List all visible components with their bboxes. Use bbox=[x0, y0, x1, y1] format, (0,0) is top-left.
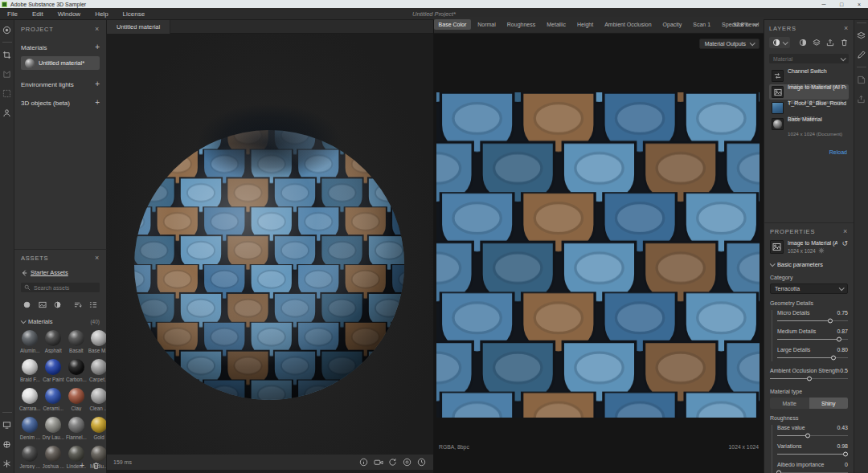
slider-knob[interactable] bbox=[776, 471, 781, 473]
material-asset[interactable]: Alumin... bbox=[19, 330, 41, 353]
list-view-icon[interactable] bbox=[88, 300, 98, 310]
reset-icon[interactable]: ↺ bbox=[841, 240, 848, 247]
material-asset[interactable]: Carbon... bbox=[66, 359, 87, 382]
gear-icon[interactable] bbox=[818, 247, 825, 254]
menu-license[interactable]: License bbox=[116, 8, 153, 20]
matte-button[interactable]: Matte bbox=[770, 398, 809, 409]
environment-lights-group[interactable]: Environment lights + bbox=[21, 80, 100, 88]
tab-untitled-material[interactable]: Untitled material bbox=[107, 20, 170, 34]
asterisk-icon[interactable] bbox=[2, 458, 13, 469]
material-outputs-dropdown[interactable]: Material Outputs bbox=[699, 39, 760, 49]
channel-ambient-occlusion[interactable]: Ambient Occlusion bbox=[600, 19, 656, 30]
add-environment-icon[interactable]: + bbox=[95, 80, 100, 88]
menu-edit[interactable]: Edit bbox=[25, 8, 51, 20]
menu-help[interactable]: Help bbox=[88, 8, 115, 20]
project-close-icon[interactable]: × bbox=[95, 26, 100, 33]
export-layer-icon[interactable] bbox=[825, 38, 835, 48]
slider-knob[interactable] bbox=[831, 356, 836, 361]
slider-knob[interactable] bbox=[807, 377, 812, 381]
search-input[interactable]: Search assets bbox=[21, 283, 100, 292]
material-asset[interactable]: Carpet... bbox=[88, 359, 107, 382]
category-dropdown[interactable]: Terracotta bbox=[770, 283, 848, 294]
slider-track[interactable] bbox=[777, 469, 848, 473]
material-asset[interactable]: Carrara... bbox=[19, 388, 41, 411]
texture-2d-view[interactable] bbox=[436, 92, 760, 418]
slider-track[interactable] bbox=[777, 354, 848, 361]
material-asset[interactable]: Denim ... bbox=[19, 417, 41, 440]
material-asset[interactable]: Asphalt bbox=[43, 330, 64, 353]
slider-knob[interactable] bbox=[843, 452, 848, 457]
delete-asset-icon[interactable] bbox=[91, 460, 101, 471]
info-icon[interactable] bbox=[358, 457, 369, 467]
slider-track[interactable] bbox=[777, 432, 848, 439]
material-asset[interactable]: Braid F... bbox=[19, 359, 41, 382]
channel-view-dropdown[interactable] bbox=[769, 37, 790, 48]
material-asset[interactable]: Base M... bbox=[88, 330, 107, 353]
channel-opacity[interactable]: Opacity bbox=[658, 19, 687, 30]
slider-track[interactable] bbox=[777, 336, 848, 343]
slider-knob[interactable] bbox=[837, 337, 841, 342]
edit-pencil-icon[interactable] bbox=[856, 49, 867, 60]
viewport-3d[interactable]: Untitled material bbox=[107, 20, 434, 473]
channel-height[interactable]: Height bbox=[572, 19, 598, 30]
material-asset[interactable]: Jersey ... bbox=[19, 446, 41, 469]
slider-track[interactable] bbox=[777, 317, 848, 324]
maximize-button[interactable]: □ bbox=[833, 2, 850, 7]
texture-sheet-icon[interactable] bbox=[856, 74, 867, 85]
assets-close-icon[interactable]: × bbox=[95, 255, 100, 262]
slider-track[interactable] bbox=[770, 375, 848, 382]
sync-icon[interactable] bbox=[387, 457, 398, 467]
layers-stack-icon[interactable] bbox=[856, 30, 867, 41]
filter-image-icon[interactable] bbox=[38, 300, 47, 310]
material-asset[interactable]: Basalt bbox=[66, 330, 87, 353]
material-asset[interactable]: Flannel... bbox=[66, 417, 87, 440]
material-asset[interactable]: Car Paint bbox=[43, 359, 64, 382]
material-asset[interactable]: Clean ... bbox=[88, 388, 107, 411]
filter-material-icon[interactable] bbox=[23, 300, 32, 310]
share-export-icon[interactable] bbox=[856, 93, 867, 104]
material-asset[interactable]: Gold bbox=[88, 417, 107, 440]
filter-environment-icon[interactable] bbox=[53, 300, 63, 310]
material-asset[interactable]: Clay bbox=[66, 388, 87, 411]
zoom-dropdown[interactable]: 92.8% bbox=[733, 22, 757, 27]
slider-track[interactable] bbox=[777, 451, 848, 458]
plugin-icon[interactable] bbox=[2, 438, 13, 450]
add-material-icon[interactable]: + bbox=[95, 43, 100, 51]
monitor-icon[interactable] bbox=[2, 419, 13, 430]
material-3d-sphere[interactable] bbox=[107, 34, 434, 454]
delete-layer-icon[interactable] bbox=[839, 38, 849, 48]
channel-normal[interactable]: Normal bbox=[473, 19, 501, 30]
viewport-2d[interactable]: w 1024 h 1024 Material Outputs bbox=[434, 20, 764, 473]
sort-icon[interactable] bbox=[73, 300, 83, 310]
material-asset[interactable]: Dry Lau... bbox=[43, 417, 64, 440]
upload-tool-icon[interactable] bbox=[2, 107, 13, 118]
aperture-icon[interactable] bbox=[402, 457, 412, 467]
channel-roughness[interactable]: Roughness bbox=[502, 19, 540, 30]
marquee-tool-icon[interactable] bbox=[2, 88, 13, 99]
add-asset-icon[interactable]: + bbox=[80, 461, 84, 470]
reload-link[interactable]: Reload bbox=[769, 149, 849, 155]
channel-metallic[interactable]: Metallic bbox=[542, 19, 571, 30]
uv-tool-icon[interactable] bbox=[2, 68, 13, 80]
slider-knob[interactable] bbox=[805, 434, 810, 438]
clock-icon[interactable] bbox=[416, 457, 427, 467]
basic-parameters-section[interactable]: Basic parameters bbox=[770, 261, 848, 268]
channel-base-color[interactable]: Base Color bbox=[434, 19, 472, 30]
menu-file[interactable]: File bbox=[0, 8, 25, 20]
material-asset[interactable]: Joshua ... bbox=[43, 446, 64, 469]
minimize-button[interactable]: ─ bbox=[815, 2, 833, 7]
channel-scan-1[interactable]: Scan 1 bbox=[688, 19, 715, 30]
layer-base-material[interactable]: Base Material 1024 x 1024 (Document) bbox=[769, 116, 849, 132]
slider-knob[interactable] bbox=[828, 319, 833, 324]
properties-close-icon[interactable]: × bbox=[843, 228, 848, 235]
3d-objects-group[interactable]: 3D objects (beta) + bbox=[21, 99, 100, 107]
contrast-icon[interactable] bbox=[798, 38, 808, 48]
camera-icon[interactable] bbox=[373, 457, 383, 467]
layers-close-icon[interactable]: × bbox=[844, 25, 849, 32]
add-object-icon[interactable]: + bbox=[95, 99, 100, 107]
material-asset[interactable]: Cerami... bbox=[43, 388, 64, 411]
add-layer-icon[interactable] bbox=[812, 38, 821, 48]
materials-group-header[interactable]: Materials (40) bbox=[14, 318, 106, 325]
close-button[interactable]: × bbox=[850, 2, 868, 7]
shiny-button[interactable]: Shiny bbox=[809, 398, 849, 409]
